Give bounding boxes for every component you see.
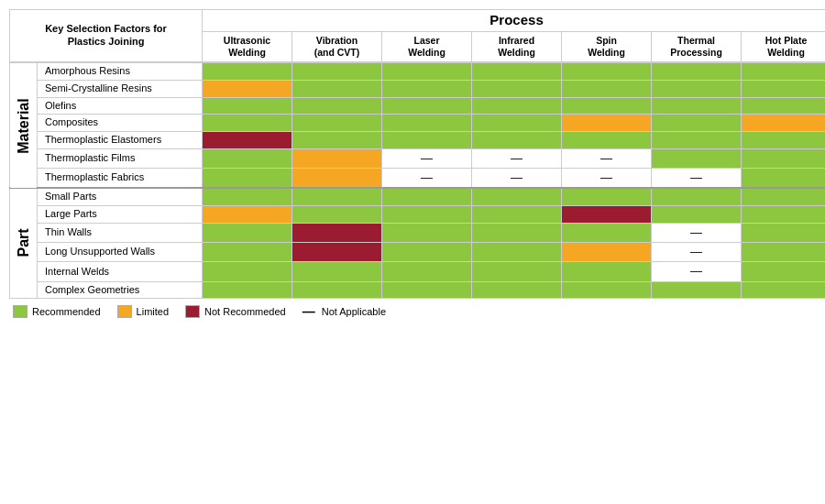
cell-spin: — [562, 148, 652, 168]
cell-spin [562, 243, 652, 262]
cell-hotplate [742, 243, 826, 262]
cell-ultrasonic [203, 80, 292, 97]
cell-ultrasonic [203, 243, 292, 262]
row-label: Complex Geometries [38, 281, 203, 299]
cell-vibration [292, 148, 382, 168]
cell-thermal [652, 80, 742, 97]
cell-thermal [652, 97, 742, 115]
process-header: Process [203, 10, 826, 32]
table-row: Thermoplastic Films——— [10, 148, 826, 168]
limited-icon [117, 305, 132, 318]
cell-ultrasonic [203, 281, 292, 299]
cell-hotplate [742, 169, 826, 189]
col-header-ultrasonic: Ultrasonic Welding [203, 31, 292, 61]
cell-hotplate [742, 148, 826, 168]
cell-ultrasonic [203, 223, 292, 242]
section-label-part: Part [10, 188, 38, 299]
cell-infrared [472, 115, 562, 132]
cell-hotplate [742, 115, 826, 132]
cell-spin [562, 188, 652, 205]
cell-infrared [472, 223, 562, 242]
cell-vibration [292, 80, 382, 97]
table-row: Complex Geometries [10, 281, 826, 299]
cell-vibration [292, 97, 382, 115]
not-recommended-label: Not Recommeded [204, 306, 286, 317]
row-label: Large Parts [38, 206, 203, 224]
row-label: Thin Walls [38, 223, 203, 242]
legend-recommended: Recommended [13, 305, 101, 318]
row-label: Long Unsupported Walls [38, 243, 203, 262]
cell-infrared [472, 262, 562, 281]
cell-laser [382, 63, 472, 81]
row-label: Amorphous Resins [38, 63, 203, 81]
cell-infrared [472, 243, 562, 262]
cell-thermal: — [652, 169, 742, 189]
row-label: Thermoplastic Elastomers [38, 132, 203, 149]
cell-laser [382, 132, 472, 149]
cell-infrared [472, 97, 562, 115]
cell-thermal: — [652, 243, 742, 262]
recommended-label: Recommended [32, 306, 101, 317]
table-row: Semi-Crystalline Resins [10, 80, 826, 97]
legend-limited: Limited [117, 305, 169, 318]
cell-vibration [292, 281, 382, 299]
cell-ultrasonic [203, 188, 292, 205]
cell-thermal [652, 148, 742, 168]
cell-spin [562, 132, 652, 149]
col-header-infrared: Infrared Welding [472, 31, 562, 61]
cell-thermal [652, 63, 742, 81]
cell-vibration [292, 223, 382, 242]
recommended-icon [13, 305, 28, 318]
row-label: Thermoplastic Films [38, 148, 203, 168]
cell-vibration [292, 132, 382, 149]
row-label: Semi-Crystalline Resins [38, 80, 203, 97]
legend-not-recommended: Not Recommeded [185, 305, 286, 318]
cell-hotplate [742, 80, 826, 97]
cell-laser [382, 206, 472, 224]
cell-infrared [472, 281, 562, 299]
cell-laser [382, 243, 472, 262]
legend-not-applicable: — Not Applicable [302, 304, 386, 319]
cell-hotplate [742, 97, 826, 115]
cell-hotplate [742, 223, 826, 242]
cell-hotplate [742, 188, 826, 205]
cell-spin [562, 206, 652, 224]
col-header-thermal: Thermal Processing [652, 31, 742, 61]
cell-thermal [652, 132, 742, 149]
cell-vibration [292, 188, 382, 205]
table-row: Thermoplastic Fabrics———— [10, 169, 826, 189]
row-label: Internal Welds [38, 262, 203, 281]
cell-hotplate [742, 206, 826, 224]
cell-infrared [472, 63, 562, 81]
cell-laser: — [382, 169, 472, 189]
cell-hotplate [742, 132, 826, 149]
cell-infrared [472, 206, 562, 224]
not-applicable-label: Not Applicable [322, 306, 386, 317]
cell-laser [382, 115, 472, 132]
cell-spin [562, 115, 652, 132]
cell-vibration [292, 243, 382, 262]
cell-thermal [652, 281, 742, 299]
cell-infrared [472, 188, 562, 205]
col-header-hotplate: Hot Plate Welding [742, 31, 826, 61]
cell-vibration [292, 169, 382, 189]
table-row: Thermoplastic Elastomers [10, 132, 826, 149]
cell-ultrasonic [203, 148, 292, 168]
cell-infrared: — [472, 148, 562, 168]
cell-laser [382, 188, 472, 205]
cell-infrared: — [472, 169, 562, 189]
cell-ultrasonic [203, 262, 292, 281]
cell-spin [562, 80, 652, 97]
section-label-material: Material [10, 63, 38, 189]
table-row: Olefins [10, 97, 826, 115]
cell-spin [562, 281, 652, 299]
not-recommended-icon [185, 305, 200, 318]
cell-laser [382, 223, 472, 242]
cell-vibration [292, 115, 382, 132]
table-row: Internal Welds— [10, 262, 826, 281]
cell-ultrasonic [203, 115, 292, 132]
table-row: Large Parts [10, 206, 826, 224]
cell-laser: — [382, 148, 472, 168]
cell-vibration [292, 206, 382, 224]
col-header-spin: Spin Welding [562, 31, 652, 61]
